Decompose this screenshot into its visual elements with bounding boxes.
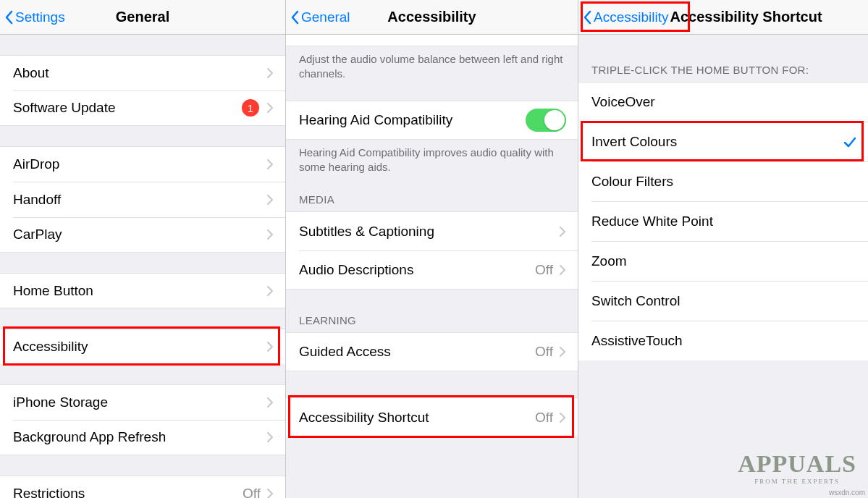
section-header-media: MEDIA — [286, 180, 578, 211]
chevron-right-icon — [266, 102, 274, 114]
row-label: Switch Control — [591, 293, 681, 309]
row-carplay[interactable]: CarPlay — [0, 217, 285, 253]
chevron-right-icon — [266, 285, 274, 297]
back-button[interactable]: Accessibility — [583, 0, 668, 35]
settings-list: TRIPLE-CLICK THE HOME BUTTON FOR: VoiceO… — [578, 35, 868, 360]
row-label: Hearing Aid Compatibility — [299, 112, 452, 128]
row-home-button[interactable]: Home Button — [0, 273, 285, 308]
update-badge: 1 — [242, 99, 259, 117]
row-background-app-refresh[interactable]: Background App Refresh — [0, 420, 285, 455]
row-label: Accessibility — [13, 339, 88, 355]
row-label: Handoff — [13, 192, 61, 208]
row-label: Zoom — [591, 253, 627, 269]
panel-general: Settings General About Software Update 1… — [0, 0, 286, 498]
chevron-right-icon — [266, 431, 274, 443]
chevron-right-icon — [266, 229, 274, 240]
toggle-on[interactable] — [526, 109, 566, 132]
chevron-right-icon — [266, 159, 274, 170]
chevron-right-icon — [266, 67, 274, 79]
chevron-right-icon — [559, 346, 566, 358]
row-label: iPhone Storage — [13, 394, 108, 410]
chevron-right-icon — [266, 341, 274, 353]
navbar: Settings General — [0, 0, 285, 35]
chevron-left-icon — [4, 10, 13, 25]
checkmark-icon — [843, 135, 856, 148]
row-software-update[interactable]: Software Update 1 — [0, 90, 285, 126]
row-label: About — [13, 65, 49, 81]
panel-accessibility-shortcut: Accessibility Accessibility Shortcut TRI… — [578, 0, 868, 498]
row-value: Off — [535, 262, 553, 278]
row-value: Off — [535, 344, 553, 360]
row-colour-filters[interactable]: Colour Filters — [578, 161, 868, 201]
row-label: Invert Colours — [591, 134, 677, 150]
chevron-right-icon — [559, 412, 566, 423]
row-accessibility[interactable]: Accessibility — [0, 329, 285, 364]
chevron-right-icon — [266, 397, 274, 408]
row-guided-access[interactable]: Guided Access Off — [286, 332, 578, 371]
chevron-right-icon — [266, 488, 274, 499]
back-label: Accessibility — [594, 9, 668, 25]
back-label: General — [301, 9, 350, 25]
row-label: Restrictions — [13, 486, 85, 499]
row-invert-colours[interactable]: Invert Colours — [578, 122, 868, 161]
row-label: Background App Refresh — [13, 429, 166, 445]
panel-accessibility: General Accessibility Adjust the audio v… — [286, 0, 578, 498]
page-title: Accessibility Shortcut — [670, 9, 822, 25]
row-audio-descriptions[interactable]: Audio Descriptions Off — [286, 250, 578, 290]
page-title: General — [116, 9, 169, 25]
audio-balance-note: Adjust the audio volume balance between … — [286, 46, 578, 88]
row-label: AssistiveTouch — [591, 333, 683, 349]
row-iphone-storage[interactable]: iPhone Storage — [0, 384, 285, 420]
row-subtitles-captioning[interactable]: Subtitles & Captioning — [286, 211, 578, 250]
navbar: General Accessibility — [286, 0, 578, 35]
row-label: VoiceOver — [591, 94, 655, 110]
page-title: Accessibility — [387, 9, 476, 25]
row-label: Software Update — [13, 100, 116, 116]
row-airdrop[interactable]: AirDrop — [0, 146, 285, 182]
back-button[interactable]: General — [290, 0, 350, 35]
row-zoom[interactable]: Zoom — [578, 241, 868, 281]
row-switch-control[interactable]: Switch Control — [578, 281, 868, 321]
back-label: Settings — [15, 9, 65, 25]
chevron-right-icon — [559, 264, 566, 276]
settings-list: Adjust the audio volume balance between … — [286, 32, 578, 436]
hac-note: Hearing Aid Compatibility improves audio… — [286, 140, 578, 181]
section-header-learning: LEARNING — [286, 290, 578, 332]
row-value: Off — [243, 486, 261, 499]
row-label: AirDrop — [13, 156, 59, 172]
chevron-right-icon — [266, 194, 274, 206]
row-handoff[interactable]: Handoff — [0, 182, 285, 217]
row-about[interactable]: About — [0, 55, 285, 90]
row-label: Accessibility Shortcut — [299, 410, 429, 426]
row-label: Guided Access — [299, 344, 391, 360]
image-source: wsxdn.com — [829, 489, 865, 497]
row-accessibility-shortcut[interactable]: Accessibility Shortcut Off — [286, 397, 578, 436]
row-voiceover[interactable]: VoiceOver — [578, 82, 868, 122]
navbar: Accessibility Accessibility Shortcut — [578, 0, 868, 35]
row-label: Audio Descriptions — [299, 262, 413, 278]
row-assistivetouch[interactable]: AssistiveTouch — [578, 321, 868, 360]
back-button[interactable]: Settings — [4, 0, 65, 35]
settings-list: About Software Update 1 AirDrop Handoff — [0, 55, 285, 498]
row-value: Off — [535, 410, 553, 426]
row-label: Home Button — [13, 283, 93, 299]
chevron-left-icon — [583, 10, 591, 25]
row-label: Reduce White Point — [591, 214, 713, 229]
row-label: Colour Filters — [591, 174, 673, 190]
row-reduce-white-point[interactable]: Reduce White Point — [578, 201, 868, 241]
row-label: CarPlay — [13, 227, 62, 242]
row-restrictions[interactable]: Restrictions Off — [0, 476, 285, 498]
chevron-left-icon — [290, 10, 299, 25]
row-label: Subtitles & Captioning — [299, 224, 434, 240]
chevron-right-icon — [559, 226, 566, 237]
section-header: TRIPLE-CLICK THE HOME BUTTON FOR: — [578, 35, 868, 82]
row-hearing-aid-compatibility[interactable]: Hearing Aid Compatibility — [286, 101, 578, 140]
